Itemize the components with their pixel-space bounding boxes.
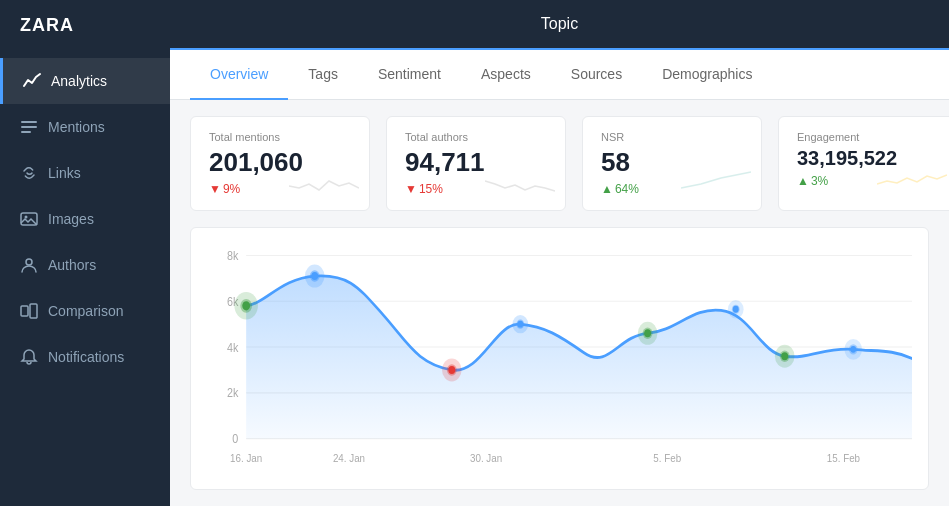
sidebar-item-comparison-label: Comparison — [48, 303, 123, 319]
sidebar-item-analytics-label: Analytics — [51, 73, 107, 89]
comparison-icon — [20, 302, 38, 320]
svg-point-41 — [850, 346, 856, 353]
svg-point-32 — [644, 329, 651, 337]
svg-text:2k: 2k — [227, 386, 238, 400]
svg-text:15. Feb: 15. Feb — [827, 451, 860, 464]
svg-rect-1 — [21, 126, 37, 128]
links-icon — [20, 164, 38, 182]
tab-sentiment[interactable]: Sentiment — [358, 50, 461, 100]
mentions-icon — [20, 118, 38, 136]
svg-rect-0 — [21, 121, 37, 123]
sparkline-mentions — [289, 166, 359, 196]
svg-text:0: 0 — [232, 431, 238, 445]
up-arrow-icon-2: ▲ — [797, 174, 809, 188]
analytics-icon — [23, 72, 41, 90]
sparkline-nsr — [681, 166, 751, 196]
app-header: ZARA Topic — [0, 0, 949, 50]
sidebar-item-images-label: Images — [48, 211, 94, 227]
svg-point-20 — [242, 301, 250, 310]
sidebar-item-links[interactable]: Links — [0, 150, 170, 196]
tab-overview[interactable]: Overview — [190, 50, 288, 100]
svg-text:30. Jan: 30. Jan — [470, 451, 502, 464]
svg-text:16. Jan: 16. Jan — [230, 451, 262, 464]
sparkline-authors — [485, 166, 555, 196]
sidebar-item-links-label: Links — [48, 165, 81, 181]
metric-card-total-authors: Total authors 94,711 ▼ 15% — [386, 116, 566, 211]
metric-label-nsr: NSR — [601, 131, 743, 143]
app-logo: ZARA — [0, 15, 170, 36]
images-icon — [20, 210, 38, 228]
sidebar: Analytics Mentions Links — [0, 50, 170, 506]
metric-label-engagement: Engagement — [797, 131, 939, 143]
content-area: Overview Tags Sentiment Aspects Sources … — [170, 50, 949, 506]
sidebar-item-analytics[interactable]: Analytics — [0, 58, 170, 104]
sparkline-engagement — [877, 166, 947, 196]
svg-point-26 — [448, 366, 455, 374]
sidebar-item-authors-label: Authors — [48, 257, 96, 273]
main-chart: 8k 6k 4k 2k 0 — [207, 244, 912, 473]
metric-label-total-mentions: Total mentions — [209, 131, 351, 143]
main-layout: Analytics Mentions Links — [0, 50, 949, 506]
tab-bar: Overview Tags Sentiment Aspects Sources … — [170, 50, 949, 100]
sidebar-item-notifications-label: Notifications — [48, 349, 124, 365]
metric-card-total-mentions: Total mentions 201,060 ▼ 9% — [190, 116, 370, 211]
authors-icon — [20, 256, 38, 274]
svg-point-23 — [311, 272, 318, 280]
svg-text:24. Jan: 24. Jan — [333, 451, 365, 464]
notifications-icon — [20, 348, 38, 366]
down-arrow-icon-2: ▼ — [405, 182, 417, 196]
svg-text:8k: 8k — [227, 248, 238, 262]
metric-card-engagement: Engagement 33,195,522 ▲ 3% — [778, 116, 949, 211]
metric-card-nsr: NSR 58 ▲ 64% — [582, 116, 762, 211]
sidebar-item-notifications[interactable]: Notifications — [0, 334, 170, 380]
sidebar-item-mentions-label: Mentions — [48, 119, 105, 135]
chart-area: 8k 6k 4k 2k 0 — [190, 227, 929, 490]
app-title: Topic — [170, 1, 949, 51]
metrics-row: Total mentions 201,060 ▼ 9% Total author… — [170, 100, 949, 227]
tab-demographics[interactable]: Demographics — [642, 50, 772, 100]
tab-aspects[interactable]: Aspects — [461, 50, 551, 100]
up-arrow-icon: ▲ — [601, 182, 613, 196]
svg-rect-6 — [21, 306, 28, 316]
svg-rect-7 — [30, 304, 37, 318]
svg-text:4k: 4k — [227, 340, 238, 354]
svg-point-38 — [781, 352, 788, 360]
svg-point-5 — [26, 259, 32, 265]
metric-label-total-authors: Total authors — [405, 131, 547, 143]
down-arrow-icon: ▼ — [209, 182, 221, 196]
svg-point-29 — [517, 321, 523, 328]
svg-rect-2 — [21, 131, 31, 133]
sidebar-item-authors[interactable]: Authors — [0, 242, 170, 288]
sidebar-item-mentions[interactable]: Mentions — [0, 104, 170, 150]
sidebar-item-comparison[interactable]: Comparison — [0, 288, 170, 334]
svg-text:5. Feb: 5. Feb — [653, 451, 681, 464]
svg-point-35 — [733, 306, 739, 313]
tab-tags[interactable]: Tags — [288, 50, 358, 100]
tab-sources[interactable]: Sources — [551, 50, 642, 100]
sidebar-item-images[interactable]: Images — [0, 196, 170, 242]
